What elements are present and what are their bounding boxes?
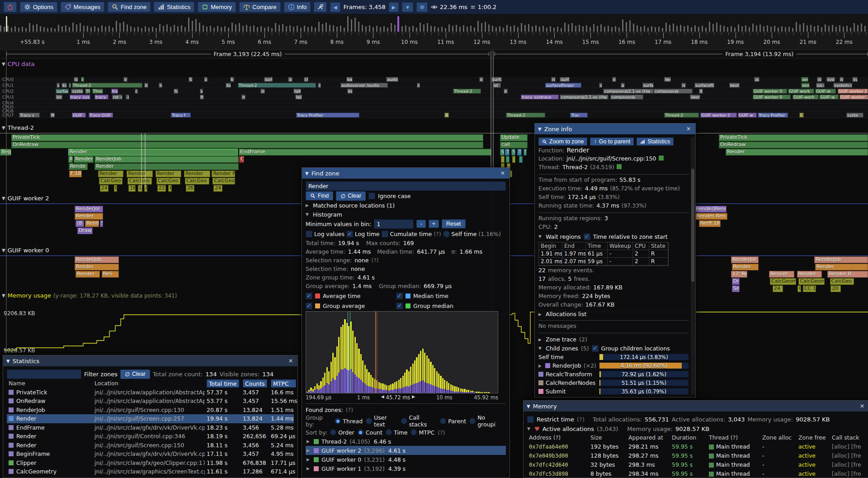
zone[interactable]: Rencer	[769, 271, 794, 278]
frame-bar[interactable]	[170, 27, 171, 32]
frame-bar[interactable]	[568, 24, 569, 32]
child-zones-label[interactable]: Child zones	[546, 345, 578, 352]
frame-bar[interactable]	[137, 27, 139, 32]
collapse-icon[interactable]: ▼	[527, 426, 532, 431]
clear-button[interactable]: ∅Clear	[336, 191, 366, 201]
sort-by-option[interactable]: MTPC	[410, 429, 434, 436]
frame-bar[interactable]	[843, 27, 844, 32]
group-by-option[interactable]: User text	[366, 414, 397, 428]
cpu-segment[interactable]: Tracy Profiler	[758, 113, 788, 118]
frame-bar[interactable]	[785, 27, 786, 32]
search-input[interactable]: Render	[306, 181, 506, 191]
zone[interactable]: (8	[75, 220, 84, 227]
frame-bar[interactable]	[14, 26, 16, 32]
frame-bar[interactable]	[637, 25, 638, 32]
frame-bar[interactable]	[579, 25, 580, 32]
memory-button[interactable]: Memory	[198, 2, 236, 12]
zone[interactable]: S	[500, 149, 505, 156]
frame-bar[interactable]	[123, 22, 124, 32]
cpu-segment[interactable]: audioserver /audio	[340, 83, 388, 88]
child-zone-row[interactable]: ▶RenderJob(×2)4.16 ms (92.60%)	[538, 361, 689, 370]
frame-bar[interactable]	[796, 22, 797, 32]
frame-bar[interactable]	[767, 25, 768, 32]
frame-bar[interactable]	[741, 26, 743, 32]
frame-bar[interactable]	[687, 25, 689, 32]
frame-bar[interactable]	[289, 25, 291, 32]
cpu-segment[interactable]: tracy_sys	[70, 95, 90, 99]
self-time-checkbox[interactable]	[443, 231, 450, 237]
cpu-segment[interactable]: Thread-2	[506, 113, 545, 118]
cpu-segment[interactable]: GUIF worker 2	[700, 113, 737, 118]
frame-bar[interactable]	[618, 28, 620, 32]
find-zone-button[interactable]: Find zone	[108, 2, 151, 12]
cpu-segment[interactable]: GUIF-w	[815, 89, 836, 94]
zone[interactable]: CalcGeo	[212, 178, 235, 185]
frame-bar[interactable]	[673, 24, 674, 32]
frame-bar[interactable]	[669, 25, 670, 32]
frame-bar[interactable]	[734, 28, 736, 32]
cpu-segment[interactable]: composer@	[610, 95, 643, 99]
frame-bar[interactable]	[781, 26, 783, 32]
zone[interactable]: 26	[186, 185, 194, 192]
frame-bar[interactable]	[575, 26, 576, 32]
frame-bar[interactable]	[394, 25, 396, 32]
frame-bar[interactable]	[275, 23, 276, 32]
zone[interactable]	[506, 156, 509, 163]
cpu-segment[interactable]: au	[204, 77, 208, 82]
zone[interactable]: Render	[726, 149, 868, 156]
zone[interactable]: Render	[797, 271, 822, 278]
frame-bar[interactable]	[857, 25, 859, 32]
cpu-segment[interactable]: tracy	[111, 89, 118, 94]
frame-bar[interactable]	[231, 23, 233, 32]
cpu-segment[interactable]: fn	[200, 95, 204, 99]
frame-bar[interactable]	[427, 23, 428, 32]
cpu-segment[interactable]: lworke	[690, 95, 700, 99]
frame-bar[interactable]	[83, 26, 85, 32]
frame-bar[interactable]	[521, 23, 522, 32]
collapse-icon[interactable]: ▼	[2, 196, 5, 201]
zone-group-row[interactable]: ▶GUIF worker 2(3,296)4.61 s	[306, 446, 506, 455]
frame-bar[interactable]	[760, 24, 761, 32]
zone[interactable]: PrivateTick	[719, 134, 868, 141]
frame-bar[interactable]	[839, 25, 840, 32]
table-row[interactable]: PrivateTickjni/../jni/src/claw/applicati…	[7, 388, 294, 397]
min-bin-input[interactable]: 1	[374, 219, 414, 229]
frame-bar[interactable]	[391, 23, 392, 32]
zone[interactable]: Render	[156, 170, 182, 177]
cpu-data-header[interactable]: ▼ CPU data	[2, 61, 35, 67]
column-header-name[interactable]: Name	[7, 380, 93, 387]
frame-bar[interactable]	[626, 22, 627, 32]
frame-bar[interactable]	[763, 26, 764, 32]
frame-bar[interactable]	[293, 27, 294, 32]
cpu-segment[interactable]: Thread-2	[238, 83, 316, 88]
frame-bar[interactable]	[709, 22, 710, 32]
child-zone-row[interactable]: Self time172.14 μs (3.83%)	[538, 353, 689, 361]
frame-bar[interactable]	[600, 24, 602, 32]
frame-bar[interactable]	[770, 27, 772, 32]
cpu-segment[interactable]: nd	[260, 89, 265, 94]
zone[interactable]: call	[500, 142, 528, 148]
frame-bar[interactable]	[492, 26, 493, 32]
frame-bar[interactable]	[665, 23, 667, 32]
zone[interactable]: CalcGeo	[99, 178, 123, 185]
cpu-segment[interactable]: audioserver	[386, 77, 398, 82]
cpu-segment[interactable]: id	[159, 83, 162, 88]
zone[interactable]: 22	[157, 185, 166, 192]
cpu-segment[interactable]: kwoi	[346, 77, 352, 82]
frame-bar[interactable]	[250, 26, 251, 32]
checkbox[interactable]: ✓	[396, 293, 403, 299]
frame-bar[interactable]	[311, 26, 312, 32]
group-by-option[interactable]: Call stacks	[401, 414, 437, 428]
cpu-segment[interactable]: lworke	[729, 83, 740, 88]
frame-bar[interactable]	[474, 28, 475, 32]
table-row[interactable]: BeginFramejni/../jni/src/claw/gfx/drv/vk…	[7, 450, 294, 459]
zone[interactable]: Render R	[827, 271, 868, 278]
frame-bar[interactable]	[561, 28, 562, 32]
frame-bar[interactable]	[485, 22, 486, 32]
frame-bar[interactable]	[87, 26, 88, 32]
collapse-icon[interactable]: ▼	[2, 62, 5, 66]
frame-bar[interactable]	[105, 27, 106, 32]
frame-bar[interactable]	[156, 28, 157, 32]
frame-bar[interactable]	[506, 25, 508, 32]
frame-bar[interactable]	[799, 24, 801, 32]
